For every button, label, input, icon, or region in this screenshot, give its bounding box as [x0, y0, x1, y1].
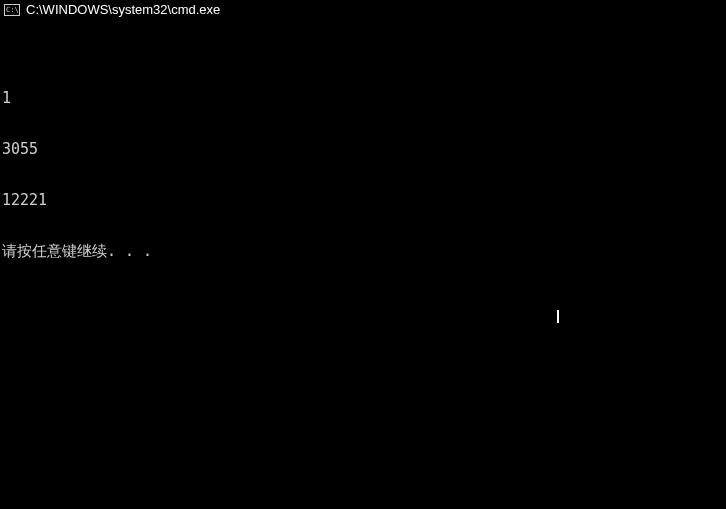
text-cursor — [557, 310, 559, 323]
console-line: 请按任意键继续. . . — [2, 243, 726, 260]
console-output[interactable]: 1 3055 12221 请按任意键继续. . . — [0, 20, 726, 277]
console-line: 1 — [2, 90, 726, 107]
window-title: C:\WINDOWS\system32\cmd.exe — [26, 0, 220, 20]
cmd-icon — [4, 4, 20, 16]
window-titlebar[interactable]: C:\WINDOWS\system32\cmd.exe — [0, 0, 726, 20]
console-line: 3055 — [2, 141, 726, 158]
console-line: 12221 — [2, 192, 726, 209]
